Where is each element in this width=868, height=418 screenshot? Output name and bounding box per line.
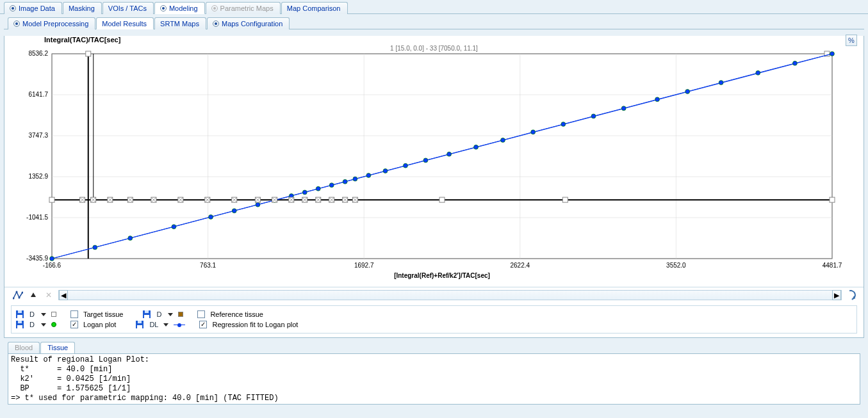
tab-label: Parametric Maps [220, 4, 274, 12]
svg-point-93 [756, 71, 760, 75]
svg-rect-160 [137, 325, 142, 328]
bottomtab-tissue[interactable]: Tissue [40, 342, 75, 353]
svg-point-39 [93, 245, 97, 249]
svg-point-69 [404, 164, 407, 168]
regression-checkbox[interactable] [199, 321, 207, 328]
tab-label: Image Data [19, 4, 55, 12]
legend-label-d: D [29, 321, 36, 328]
chart-scrollbar[interactable]: ◀ ▶ [58, 290, 842, 300]
svg-rect-161 [138, 321, 142, 323]
subtab-model-preprocessing[interactable]: Model Preprocessing [8, 17, 95, 29]
workarea: Model Preprocessing Model Results SRTM M… [0, 14, 868, 405]
svg-point-81 [561, 122, 565, 126]
sub-tabs: Model Preprocessing Model Results SRTM M… [4, 15, 864, 29]
svg-text:-1041.5: -1041.5 [26, 214, 48, 221]
legend-label-dl: DL [149, 321, 158, 328]
svg-rect-32 [86, 51, 91, 56]
marker-filled-square-icon [178, 312, 183, 317]
refresh-icon[interactable] [844, 288, 858, 302]
dropdown-icon[interactable] [168, 313, 173, 316]
svg-point-57 [316, 187, 320, 191]
tab-label: SRTM Maps [160, 20, 199, 28]
save-icon[interactable] [15, 310, 24, 319]
svg-point-41 [128, 236, 132, 240]
tab-modeling[interactable]: Modeling [154, 2, 205, 14]
tab-parametric-maps: Parametric Maps [206, 2, 281, 14]
radio-icon [13, 20, 20, 27]
legend-label-target: Target tissue [83, 310, 123, 318]
tab-map-comparison[interactable]: Map Comparison [281, 2, 348, 14]
tab-label: Map Comparison [287, 4, 341, 12]
svg-text:6141.7: 6141.7 [28, 91, 48, 98]
svg-text:-166.6: -166.6 [43, 262, 61, 269]
legend-label-regression: Regression fit to Logan plot [212, 321, 298, 328]
marker-green-dot-icon [51, 322, 56, 327]
line-mode-icon[interactable] [12, 289, 24, 301]
output-line: t* = 40.0 [min] [11, 365, 112, 374]
svg-point-43 [172, 225, 176, 229]
svg-rect-157 [17, 325, 22, 328]
output-line: Result of regional Logan Plot: [11, 355, 149, 364]
tab-image-data[interactable]: Image Data [4, 2, 62, 14]
tab-label: Masking [69, 4, 95, 12]
svg-point-37 [50, 257, 54, 261]
save-icon[interactable] [135, 320, 144, 329]
legend-label-logan: Logan plot [83, 321, 116, 328]
reference-tissue-checkbox[interactable] [197, 310, 205, 318]
save-icon[interactable] [142, 310, 151, 319]
chart-subtitle: 1 [15.0, 0.0] - 33 [7050.0, 11.1] [390, 45, 478, 52]
legend-panel: D Target tissue D Reference tissue [11, 305, 857, 334]
subtab-srtm-maps[interactable]: SRTM Maps [154, 17, 206, 29]
svg-point-79 [531, 130, 535, 134]
scroll-right-icon[interactable]: ▶ [832, 290, 841, 300]
svg-rect-154 [144, 315, 149, 318]
dropdown-icon[interactable] [163, 323, 168, 326]
svg-point-55 [303, 190, 307, 194]
svg-rect-155 [145, 310, 149, 313]
svg-rect-27 [439, 197, 445, 202]
marker-up-icon[interactable] [28, 289, 39, 301]
bottom-tabs: Blood Tissue [4, 341, 864, 353]
dropdown-icon[interactable] [41, 323, 46, 326]
main-tabs: Image Data Masking VOIs / TACs Modeling … [0, 0, 868, 14]
output-line: => t* used for parametric mapping: 40.0 … [11, 394, 279, 403]
tab-label: Model Preprocessing [22, 20, 88, 28]
percent-button[interactable]: % [846, 35, 857, 46]
svg-point-147 [16, 291, 18, 293]
svg-text:8536.2: 8536.2 [28, 50, 48, 57]
svg-point-67 [384, 169, 388, 173]
output-line: BP = 1.575625 [1/1] [11, 384, 131, 393]
tab-vois-tacs[interactable]: VOIs / TACs [102, 2, 154, 14]
svg-point-47 [233, 209, 236, 213]
tab-label: Tissue [47, 344, 68, 351]
output-text: Result of regional Logan Plot: t* = 40.0… [8, 353, 860, 405]
target-tissue-checkbox[interactable] [70, 310, 78, 318]
legend-label-d: D [29, 310, 36, 318]
svg-point-83 [591, 114, 595, 118]
subtab-maps-configuration[interactable]: Maps Configuration [207, 17, 290, 29]
svg-point-95 [793, 61, 797, 65]
tab-label: Blood [15, 344, 33, 351]
svg-point-97 [830, 52, 834, 56]
logan-plot-checkbox[interactable] [70, 321, 78, 328]
clear-icon: ✕ [43, 291, 54, 300]
dropdown-icon[interactable] [41, 313, 46, 316]
chart-title: Integral(TAC)/TAC[sec] [44, 36, 120, 44]
svg-point-61 [343, 180, 347, 184]
svg-point-148 [19, 297, 20, 299]
svg-point-49 [256, 203, 259, 207]
svg-text:2622.4: 2622.4 [511, 262, 530, 269]
model-results-panel: Integral(TAC)/TAC[sec] 1 [15.0, 0.0] - 3… [4, 36, 864, 338]
tab-label: Maps Configuration [222, 20, 283, 28]
save-icon[interactable] [15, 320, 24, 329]
scroll-left-icon[interactable]: ◀ [59, 290, 68, 300]
svg-text:3552.0: 3552.0 [666, 262, 686, 269]
svg-point-89 [685, 90, 689, 93]
chart-area[interactable]: Integral(TAC)/TAC[sec] 1 [15.0, 0.0] - 3… [12, 36, 856, 284]
svg-point-75 [474, 145, 478, 149]
svg-text:[Integral(Ref)+Ref/k2']/TAC[se: [Integral(Ref)+Ref/k2']/TAC[sec] [394, 272, 490, 279]
svg-rect-158 [18, 321, 22, 323]
subtab-model-results[interactable]: Model Results [96, 17, 154, 29]
tab-masking[interactable]: Masking [63, 2, 102, 14]
chart-toolbar: ✕ ◀ ▶ [4, 287, 864, 303]
